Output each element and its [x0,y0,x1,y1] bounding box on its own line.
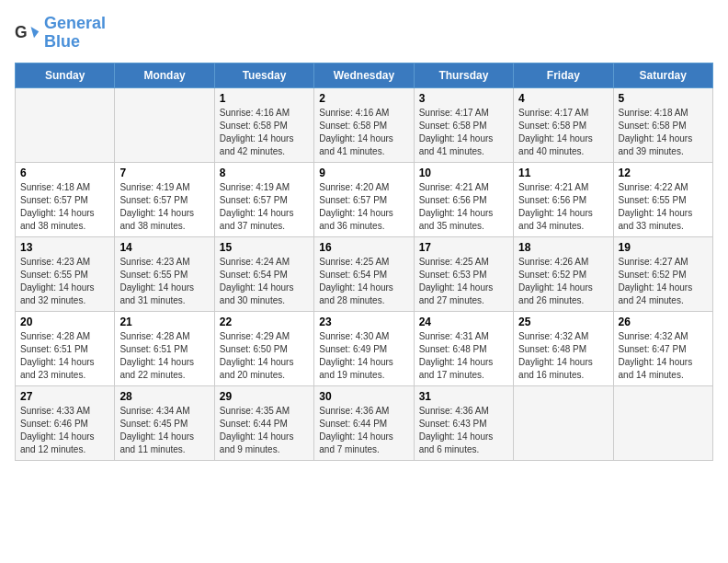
calendar-cell: 13Sunrise: 4:23 AM Sunset: 6:55 PM Dayli… [16,236,115,311]
day-number: 12 [619,167,708,179]
calendar-cell: 21Sunrise: 4:28 AM Sunset: 6:51 PM Dayli… [115,311,214,385]
weekday-header-wednesday: Wednesday [314,63,414,87]
cell-content: Sunrise: 4:28 AM Sunset: 6:51 PM Dayligh… [20,330,109,382]
weekday-header-tuesday: Tuesday [214,63,313,87]
calendar-cell: 4Sunrise: 4:17 AM Sunset: 6:58 PM Daylig… [514,87,613,162]
cell-content: Sunrise: 4:35 AM Sunset: 6:44 PM Dayligh… [220,405,309,456]
cell-content: Sunrise: 4:24 AM Sunset: 6:54 PM Dayligh… [220,256,309,307]
calendar-cell: 19Sunrise: 4:27 AM Sunset: 6:52 PM Dayli… [613,236,712,311]
day-number: 5 [619,92,708,105]
logo-icon: G [15,20,40,46]
day-number: 16 [319,241,408,254]
logo-text: General Blue [44,15,106,52]
day-number: 26 [619,316,708,328]
calendar-cell [514,385,613,460]
logo: G General Blue [15,15,106,52]
cell-content: Sunrise: 4:25 AM Sunset: 6:54 PM Dayligh… [319,256,408,307]
day-number: 18 [518,241,608,254]
calendar-cell: 8Sunrise: 4:19 AM Sunset: 6:57 PM Daylig… [214,162,313,236]
calendar-table: SundayMondayTuesdayWednesdayThursdayFrid… [15,63,713,461]
cell-content: Sunrise: 4:22 AM Sunset: 6:55 PM Dayligh… [619,181,708,233]
cell-content: Sunrise: 4:17 AM Sunset: 6:58 PM Dayligh… [518,107,608,158]
calendar-cell: 2Sunrise: 4:16 AM Sunset: 6:58 PM Daylig… [314,87,414,162]
calendar-cell [115,87,214,162]
cell-content: Sunrise: 4:20 AM Sunset: 6:57 PM Dayligh… [319,181,408,233]
cell-content: Sunrise: 4:36 AM Sunset: 6:43 PM Dayligh… [419,405,508,456]
day-number: 21 [119,316,209,328]
day-number: 29 [220,390,309,403]
calendar-week-row: 20Sunrise: 4:28 AM Sunset: 6:51 PM Dayli… [16,311,713,385]
svg-text:G: G [15,23,28,41]
cell-content: Sunrise: 4:21 AM Sunset: 6:56 PM Dayligh… [518,181,608,233]
day-number: 4 [518,92,608,105]
calendar-cell: 1Sunrise: 4:16 AM Sunset: 6:58 PM Daylig… [214,87,313,162]
calendar-week-row: 27Sunrise: 4:33 AM Sunset: 6:46 PM Dayli… [16,385,713,460]
calendar-cell [16,87,115,162]
day-number: 24 [419,316,508,328]
calendar-cell: 17Sunrise: 4:25 AM Sunset: 6:53 PM Dayli… [414,236,513,311]
calendar-cell: 26Sunrise: 4:32 AM Sunset: 6:47 PM Dayli… [613,311,712,385]
page-header: G General Blue [15,15,713,52]
day-number: 14 [119,241,209,254]
cell-content: Sunrise: 4:16 AM Sunset: 6:58 PM Dayligh… [319,107,408,158]
cell-content: Sunrise: 4:23 AM Sunset: 6:55 PM Dayligh… [20,256,109,307]
calendar-week-row: 13Sunrise: 4:23 AM Sunset: 6:55 PM Dayli… [16,236,713,311]
calendar-cell: 10Sunrise: 4:21 AM Sunset: 6:56 PM Dayli… [414,162,513,236]
calendar-cell: 23Sunrise: 4:30 AM Sunset: 6:49 PM Dayli… [314,311,414,385]
weekday-header-monday: Monday [115,63,214,87]
cell-content: Sunrise: 4:19 AM Sunset: 6:57 PM Dayligh… [119,181,209,233]
cell-content: Sunrise: 4:32 AM Sunset: 6:47 PM Dayligh… [619,330,708,382]
calendar-cell: 27Sunrise: 4:33 AM Sunset: 6:46 PM Dayli… [16,385,115,460]
calendar-cell: 11Sunrise: 4:21 AM Sunset: 6:56 PM Dayli… [514,162,613,236]
cell-content: Sunrise: 4:21 AM Sunset: 6:56 PM Dayligh… [419,181,508,233]
calendar-cell: 3Sunrise: 4:17 AM Sunset: 6:58 PM Daylig… [414,87,513,162]
calendar-cell: 20Sunrise: 4:28 AM Sunset: 6:51 PM Dayli… [16,311,115,385]
day-number: 10 [419,167,508,179]
calendar-cell: 16Sunrise: 4:25 AM Sunset: 6:54 PM Dayli… [314,236,414,311]
day-number: 2 [319,92,408,105]
calendar-cell: 25Sunrise: 4:32 AM Sunset: 6:48 PM Dayli… [514,311,613,385]
cell-content: Sunrise: 4:36 AM Sunset: 6:44 PM Dayligh… [319,405,408,456]
cell-content: Sunrise: 4:16 AM Sunset: 6:58 PM Dayligh… [220,107,309,158]
calendar-cell: 24Sunrise: 4:31 AM Sunset: 6:48 PM Dayli… [414,311,513,385]
cell-content: Sunrise: 4:26 AM Sunset: 6:52 PM Dayligh… [518,256,608,307]
day-number: 6 [20,167,109,179]
day-number: 23 [319,316,408,328]
day-number: 20 [20,316,109,328]
day-number: 9 [319,167,408,179]
weekday-header-sunday: Sunday [16,63,115,87]
calendar-cell: 12Sunrise: 4:22 AM Sunset: 6:55 PM Dayli… [613,162,712,236]
cell-content: Sunrise: 4:23 AM Sunset: 6:55 PM Dayligh… [119,256,209,307]
day-number: 8 [220,167,309,179]
weekday-header-thursday: Thursday [414,63,513,87]
cell-content: Sunrise: 4:19 AM Sunset: 6:57 PM Dayligh… [220,181,309,233]
calendar-cell: 9Sunrise: 4:20 AM Sunset: 6:57 PM Daylig… [314,162,414,236]
cell-content: Sunrise: 4:32 AM Sunset: 6:48 PM Dayligh… [518,330,608,382]
calendar-cell: 18Sunrise: 4:26 AM Sunset: 6:52 PM Dayli… [514,236,613,311]
cell-content: Sunrise: 4:30 AM Sunset: 6:49 PM Dayligh… [319,330,408,382]
calendar-cell: 5Sunrise: 4:18 AM Sunset: 6:58 PM Daylig… [613,87,712,162]
calendar-cell: 28Sunrise: 4:34 AM Sunset: 6:45 PM Dayli… [115,385,214,460]
calendar-cell: 22Sunrise: 4:29 AM Sunset: 6:50 PM Dayli… [214,311,313,385]
weekday-header-saturday: Saturday [613,63,712,87]
day-number: 25 [518,316,608,328]
cell-content: Sunrise: 4:34 AM Sunset: 6:45 PM Dayligh… [119,405,209,456]
calendar-cell [613,385,712,460]
cell-content: Sunrise: 4:17 AM Sunset: 6:58 PM Dayligh… [419,107,508,158]
calendar-week-row: 1Sunrise: 4:16 AM Sunset: 6:58 PM Daylig… [16,87,713,162]
day-number: 22 [220,316,309,328]
cell-content: Sunrise: 4:18 AM Sunset: 6:58 PM Dayligh… [619,107,708,158]
day-number: 13 [20,241,109,254]
cell-content: Sunrise: 4:28 AM Sunset: 6:51 PM Dayligh… [119,330,209,382]
calendar-cell: 15Sunrise: 4:24 AM Sunset: 6:54 PM Dayli… [214,236,313,311]
cell-content: Sunrise: 4:18 AM Sunset: 6:57 PM Dayligh… [20,181,109,233]
cell-content: Sunrise: 4:29 AM Sunset: 6:50 PM Dayligh… [220,330,309,382]
weekday-header-row: SundayMondayTuesdayWednesdayThursdayFrid… [16,63,713,87]
day-number: 11 [518,167,608,179]
day-number: 3 [419,92,508,105]
day-number: 1 [220,92,309,105]
cell-content: Sunrise: 4:31 AM Sunset: 6:48 PM Dayligh… [419,330,508,382]
day-number: 15 [220,241,309,254]
day-number: 7 [119,167,209,179]
cell-content: Sunrise: 4:33 AM Sunset: 6:46 PM Dayligh… [20,405,109,456]
